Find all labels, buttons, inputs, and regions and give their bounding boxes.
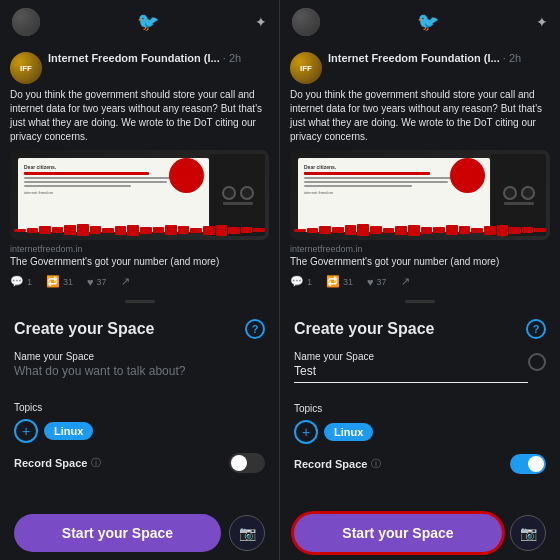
record-info-icon: ⓘ bbox=[91, 456, 101, 470]
tweet-action[interactable]: ↗ bbox=[121, 275, 133, 288]
tweet-author-avatar: IFF bbox=[290, 52, 322, 84]
sheet-handle bbox=[405, 300, 435, 303]
name-label: Name your Space bbox=[294, 351, 528, 362]
tweet-action[interactable]: ♥ 37 bbox=[367, 276, 387, 288]
topics-row: + Linux bbox=[294, 420, 546, 444]
avatar[interactable] bbox=[12, 8, 40, 36]
sheet-handle bbox=[125, 300, 155, 303]
action-icon: 💬 bbox=[10, 275, 24, 288]
sheet-title: Create your Space bbox=[294, 320, 435, 338]
record-info-icon: ⓘ bbox=[371, 457, 381, 471]
name-label: Name your Space bbox=[14, 351, 265, 362]
start-space-button[interactable]: Start your Space bbox=[294, 514, 502, 552]
tweet-action[interactable]: 💬 1 bbox=[290, 275, 312, 288]
tweet-link-domain: internetfreedom.in bbox=[290, 244, 550, 254]
help-icon[interactable]: ? bbox=[526, 319, 546, 339]
action-icon: ↗ bbox=[121, 275, 130, 288]
action-icon: ♥ bbox=[367, 276, 374, 288]
record-toggle[interactable] bbox=[510, 454, 546, 474]
action-count: 1 bbox=[27, 277, 32, 287]
name-field-row: Name your Space Test bbox=[294, 351, 546, 393]
name-value[interactable]: Test bbox=[294, 364, 528, 383]
media-button[interactable]: 📷 bbox=[229, 515, 265, 551]
tweet-action[interactable]: 🔁 31 bbox=[326, 275, 353, 288]
topics-label: Topics bbox=[14, 402, 265, 413]
action-icon: ↗ bbox=[401, 275, 410, 288]
create-space-sheet: Create your Space ? Name your Space Test… bbox=[280, 309, 560, 560]
tweet-card: IFF Internet Freedom Foundation (I... · … bbox=[280, 44, 560, 294]
help-icon[interactable]: ? bbox=[245, 319, 265, 339]
name-field-content: Name your Space Test bbox=[294, 351, 528, 393]
add-topic-button[interactable]: + bbox=[294, 420, 318, 444]
action-icon: 🔁 bbox=[326, 275, 340, 288]
tweet-text: Do you think the government should store… bbox=[290, 88, 550, 144]
record-label: Record Space bbox=[294, 458, 367, 470]
record-row: Record Space ⓘ bbox=[294, 454, 546, 474]
tweet-author-name: Internet Freedom Foundation (I... · 2h bbox=[328, 52, 550, 65]
action-icon: 💬 bbox=[290, 275, 304, 288]
action-icon: 🔁 bbox=[46, 275, 60, 288]
sparkle-icon: ✦ bbox=[255, 14, 267, 30]
record-label-group: Record Space ⓘ bbox=[294, 457, 381, 471]
top-bar: 🐦 ✦ bbox=[280, 0, 560, 44]
record-row: Record Space ⓘ bbox=[14, 453, 265, 473]
create-space-sheet: Create your Space ? Name your Space What… bbox=[0, 309, 279, 560]
tweet-meta: Internet Freedom Foundation (I... · 2h bbox=[48, 52, 269, 65]
tweet-text: Do you think the government should store… bbox=[10, 88, 269, 144]
name-value[interactable]: What do you want to talk about? bbox=[14, 364, 265, 382]
name-field-row: Name your Space What do you want to talk… bbox=[14, 351, 265, 392]
twitter-logo-icon: 🐦 bbox=[417, 11, 439, 33]
tweet-action[interactable]: 🔁 31 bbox=[46, 275, 73, 288]
action-count: 31 bbox=[63, 277, 73, 287]
tweet-action[interactable]: ↗ bbox=[401, 275, 413, 288]
topics-row: + Linux bbox=[14, 419, 265, 443]
sheet-header: Create your Space ? bbox=[294, 319, 546, 339]
action-count: 37 bbox=[97, 277, 107, 287]
start-space-button[interactable]: Start your Space bbox=[14, 514, 221, 552]
sparkle-icon: ✦ bbox=[536, 14, 548, 30]
tweet-author-name: Internet Freedom Foundation (I... · 2h bbox=[48, 52, 269, 65]
twitter-logo-icon: 🐦 bbox=[137, 11, 159, 33]
toggle-knob bbox=[231, 455, 247, 471]
topics-label: Topics bbox=[294, 403, 546, 414]
panel-left: 🐦 ✦ IFF Internet Freedom Foundation (I..… bbox=[0, 0, 280, 560]
tweet-actions: 💬 1 🔁 31 ♥ 37 ↗ bbox=[10, 273, 269, 290]
add-topic-button[interactable]: + bbox=[14, 419, 38, 443]
action-count: 37 bbox=[377, 277, 387, 287]
action-icon: ♥ bbox=[87, 276, 94, 288]
tweet-link-domain: internetfreedom.in bbox=[10, 244, 269, 254]
record-toggle[interactable] bbox=[229, 453, 265, 473]
action-count: 1 bbox=[307, 277, 312, 287]
topic-tag[interactable]: Linux bbox=[44, 422, 93, 440]
tweet-action[interactable]: ♥ 37 bbox=[87, 276, 107, 288]
bottom-row: Start your Space 📷 bbox=[14, 514, 265, 552]
name-field-content: Name your Space What do you want to talk… bbox=[14, 351, 265, 392]
tweet-image: Dear citizens. internet freedom bbox=[290, 150, 550, 240]
tweet-image: Dear citizens. internet freedom bbox=[10, 150, 269, 240]
sheet-header: Create your Space ? bbox=[14, 319, 265, 339]
tweet-action[interactable]: 💬 1 bbox=[10, 275, 32, 288]
topic-tag[interactable]: Linux bbox=[324, 423, 373, 441]
action-count: 31 bbox=[343, 277, 353, 287]
top-bar: 🐦 ✦ bbox=[0, 0, 279, 44]
avatar[interactable] bbox=[292, 8, 320, 36]
record-label-group: Record Space ⓘ bbox=[14, 456, 101, 470]
tweet-card: IFF Internet Freedom Foundation (I... · … bbox=[0, 44, 279, 294]
sheet-title: Create your Space bbox=[14, 320, 155, 338]
bottom-row: Start your Space 📷 bbox=[294, 514, 546, 552]
media-button[interactable]: 📷 bbox=[510, 515, 546, 551]
field-check bbox=[528, 353, 546, 371]
tweet-meta: Internet Freedom Foundation (I... · 2h bbox=[328, 52, 550, 65]
record-label: Record Space bbox=[14, 457, 87, 469]
tweet-actions: 💬 1 🔁 31 ♥ 37 ↗ bbox=[290, 273, 550, 290]
toggle-knob bbox=[528, 456, 544, 472]
tweet-link-title: The Government's got your number (and mo… bbox=[290, 256, 550, 267]
tweet-author-avatar: IFF bbox=[10, 52, 42, 84]
panel-right: 🐦 ✦ IFF Internet Freedom Foundation (I..… bbox=[280, 0, 560, 560]
tweet-link-title: The Government's got your number (and mo… bbox=[10, 256, 269, 267]
